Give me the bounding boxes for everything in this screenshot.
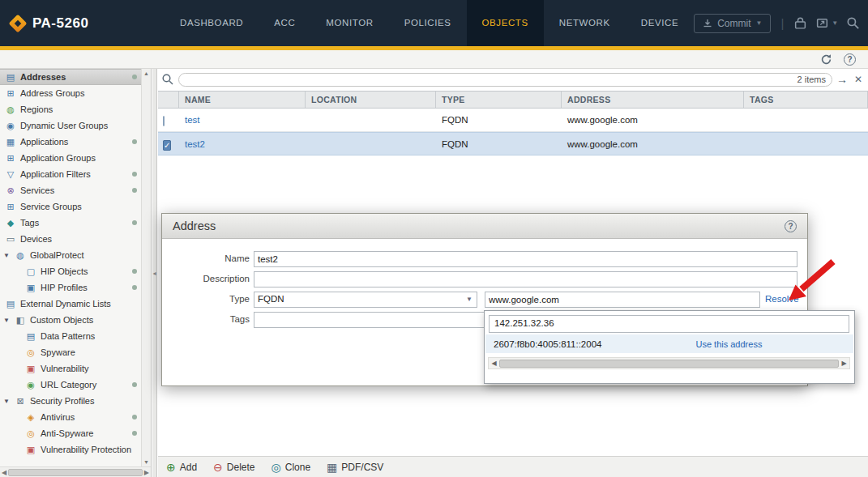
scroll-up-icon[interactable]: ▲ — [142, 70, 151, 76]
dialog-help-icon[interactable]: ? — [785, 220, 797, 232]
sub-toolbar: ? — [0, 50, 868, 69]
expand-chevron-icon[interactable]: ▼ — [2, 252, 11, 259]
sidebar-item-dynamic-user-groups[interactable]: ◉Dynamic User Groups — [0, 117, 151, 134]
address-type: FQDN — [436, 115, 562, 125]
sidebar-item-services[interactable]: ⊗Services — [0, 182, 151, 198]
address-name-link[interactable]: test — [179, 115, 306, 125]
sidebar-item-antivirus[interactable]: ◈Antivirus — [0, 409, 151, 425]
sidebar-horizontal-scrollbar[interactable]: ◀ ▶ — [0, 466, 151, 477]
row-checkbox[interactable]: ✓ — [163, 140, 171, 151]
sidebar-item-regions[interactable]: ◍Regions — [0, 101, 151, 117]
resolve-result-item[interactable]: 142.251.32.36 — [489, 315, 849, 333]
help-icon[interactable]: ? — [844, 53, 856, 66]
fqdn-field[interactable] — [485, 292, 760, 308]
scroll-right-icon[interactable]: ▶ — [144, 469, 149, 476]
popup-horizontal-scrollbar[interactable]: ◀ ▶ — [488, 357, 850, 369]
column-header-location[interactable]: LOCATION — [306, 92, 436, 108]
clear-filter-icon[interactable]: ✕ — [854, 74, 862, 85]
table-row[interactable]: test FQDN www.google.com — [158, 109, 868, 132]
nav-tab-monitor[interactable]: MONITOR — [310, 0, 388, 46]
scrollbar-thumb[interactable] — [499, 360, 839, 368]
nav-tab-policies[interactable]: POLICIES — [389, 0, 467, 46]
sidebar-item-address-groups[interactable]: ⊞Address Groups — [0, 85, 151, 101]
sidebar-item-spyware[interactable]: ◎Spyware — [0, 344, 151, 360]
name-field[interactable] — [254, 251, 797, 267]
table-row[interactable]: ✓ test2 FQDN www.google.com — [158, 132, 868, 155]
shared-dot — [132, 172, 137, 177]
sidebar-item-data-patterns[interactable]: ▤Data Patterns — [0, 328, 151, 344]
shared-dot — [132, 75, 137, 79]
sidebar-item-anti-spyware[interactable]: ◎Anti-Spyware — [0, 425, 151, 441]
scroll-down-icon[interactable]: ▼ — [142, 459, 151, 465]
sidebar-item-globalprotect[interactable]: ▼◍GlobalProtect — [0, 247, 151, 263]
sidebar-item-application-filters[interactable]: ▽Application Filters — [0, 166, 151, 182]
sidebar-item-security-profiles[interactable]: ▼⊠Security Profiles — [0, 393, 151, 409]
row-checkbox[interactable] — [163, 116, 165, 126]
use-this-address-link[interactable]: Use this address — [695, 339, 762, 349]
sidebar-item-external-dynamic-lists[interactable]: ▤External Dynamic Lists — [0, 296, 151, 312]
address-name-link[interactable]: test2 — [179, 139, 306, 149]
filter-input[interactable] — [178, 73, 832, 87]
column-header-address[interactable]: ADDRESS — [562, 92, 744, 108]
chevron-down-icon: ▼ — [756, 19, 763, 27]
sidebar-item-url-category[interactable]: ◉URL Category — [0, 377, 151, 393]
tags-icon: ◆ — [5, 218, 16, 228]
search-icon[interactable] — [846, 16, 860, 30]
scroll-right-icon[interactable]: ▶ — [839, 360, 849, 367]
scroll-left-icon[interactable]: ◀ — [489, 360, 499, 367]
description-label: Description — [169, 274, 250, 283]
pdf-csv-button[interactable]: ▦PDF/CSV — [327, 462, 383, 473]
select-all-column[interactable] — [158, 92, 179, 108]
clone-button[interactable]: ◎Clone — [272, 462, 311, 473]
sidebar-item-service-groups[interactable]: ⊞Service Groups — [0, 198, 151, 215]
column-header-name[interactable]: NAME — [179, 92, 306, 108]
sidebar-item-addresses[interactable]: ▤Addresses — [0, 69, 151, 85]
resolve-link[interactable]: Resolve — [765, 294, 799, 304]
commit-button[interactable]: Commit ▼ — [694, 14, 771, 33]
brand-logo: PA-5260 — [0, 15, 142, 32]
sidebar-item-hip-profiles[interactable]: ▣HIP Profiles — [0, 279, 151, 296]
lock-config-icon[interactable] — [793, 16, 807, 30]
sidebar-item-tags[interactable]: ◆Tags — [0, 215, 151, 231]
sidebar-item-devices[interactable]: ▭Devices — [0, 231, 151, 247]
nav-tab-network[interactable]: NETWORK — [544, 0, 626, 46]
column-header-type[interactable]: TYPE — [436, 92, 562, 108]
shared-dot — [132, 382, 137, 387]
sidebar-item-vulnerability-protection[interactable]: ▣Vulnerability Protection — [0, 441, 151, 458]
app-window: PA-5260 DASHBOARD ACC MONITOR POLICIES O… — [0, 0, 868, 477]
add-icon: ⊕ — [166, 462, 176, 473]
add-button[interactable]: ⊕Add — [166, 462, 197, 473]
apply-filter-icon[interactable]: → — [836, 73, 848, 86]
delete-button[interactable]: ⊖Delete — [213, 462, 254, 473]
scroll-left-icon[interactable]: ◀ — [2, 469, 6, 476]
commit-icon — [703, 19, 712, 28]
nav-tab-dashboard[interactable]: DASHBOARD — [165, 0, 259, 46]
nav-tab-device[interactable]: DEVICE — [626, 0, 694, 46]
nav-tab-acc[interactable]: ACC — [259, 0, 310, 46]
sidebar-item-vulnerability[interactable]: ▣Vulnerability — [0, 360, 151, 377]
refresh-icon[interactable] — [820, 53, 832, 69]
column-header-tags[interactable]: TAGS — [744, 92, 868, 108]
sidebar-item-hip-objects[interactable]: ▢HIP Objects — [0, 263, 151, 279]
scrollbar-thumb[interactable] — [8, 469, 143, 476]
services-icon: ⊗ — [5, 185, 16, 196]
expand-chevron-icon[interactable]: ▼ — [2, 398, 11, 405]
sidebar-item-application-groups[interactable]: ⊞Application Groups — [0, 150, 151, 166]
vulnerability-icon: ▣ — [25, 364, 36, 374]
tasks-icon[interactable]: ▼ — [815, 16, 838, 30]
sidebar-vertical-scrollbar[interactable]: ▲ ▼ — [141, 69, 151, 466]
device-name: PA-5260 — [32, 15, 88, 32]
expand-chevron-icon[interactable]: ▼ — [2, 317, 11, 324]
resolve-result-item[interactable]: 2607:f8b0:4005:811::2004 Use this addres… — [485, 334, 853, 353]
hip-profiles-icon: ▣ — [25, 283, 36, 293]
nav-tab-objects[interactable]: OBJECTS — [467, 0, 544, 46]
sidebar-item-custom-objects[interactable]: ▼◧Custom Objects — [0, 312, 151, 328]
description-field[interactable] — [254, 271, 797, 287]
dynamic-user-groups-icon: ◉ — [5, 121, 16, 131]
sidebar-collapse-handle[interactable]: ◂ — [152, 69, 157, 477]
type-label: Type — [169, 294, 250, 304]
paloalto-logo-icon — [9, 14, 28, 32]
type-select[interactable]: FQDN ▼ — [254, 292, 477, 308]
address-type: FQDN — [436, 139, 562, 149]
sidebar-item-applications[interactable]: ▦Applications — [0, 134, 151, 150]
